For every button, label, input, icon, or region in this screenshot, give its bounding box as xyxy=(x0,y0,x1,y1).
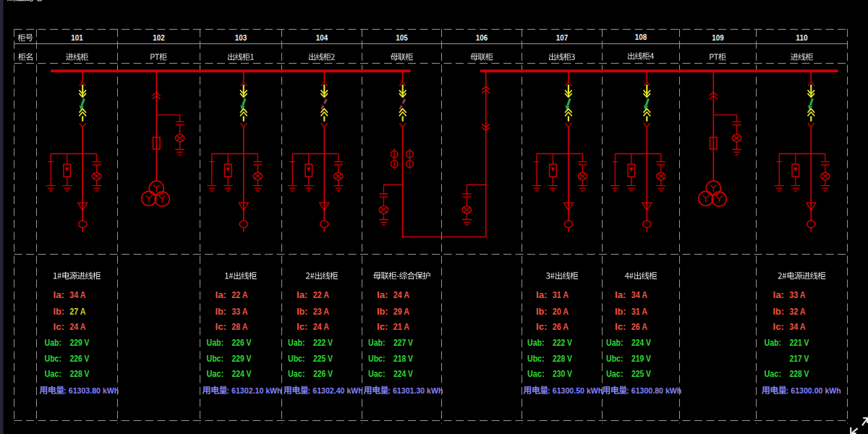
svg-text:Ic:: Ic: xyxy=(377,322,388,332)
svg-text:Ia:: Ia: xyxy=(216,290,227,300)
svg-text:Ia:: Ia: xyxy=(377,290,388,300)
svg-text:101: 101 xyxy=(71,33,83,42)
svg-text:225 V: 225 V xyxy=(313,354,333,364)
svg-text:34 A: 34 A xyxy=(789,322,806,332)
svg-text:110: 110 xyxy=(796,33,807,42)
svg-text:26 A: 26 A xyxy=(631,322,648,332)
svg-text:Uab:: Uab: xyxy=(207,338,224,348)
svg-text:34 A: 34 A xyxy=(69,290,86,300)
svg-text:: 61303.80 kWh: : 61303.80 kWh xyxy=(64,386,119,396)
svg-text:Uab:: Uab: xyxy=(288,338,305,348)
svg-text:Ic:: Ic: xyxy=(773,322,785,332)
svg-text:103: 103 xyxy=(235,33,247,42)
svg-text:Ubc:: Ubc: xyxy=(45,354,62,364)
svg-text:108: 108 xyxy=(635,33,647,41)
svg-text:31 A: 31 A xyxy=(631,307,648,317)
svg-text:Ubc:: Ubc: xyxy=(606,354,624,364)
svg-text:31 A: 31 A xyxy=(553,290,569,300)
svg-text:33 A: 33 A xyxy=(789,290,806,300)
svg-text:28 A: 28 A xyxy=(231,322,248,332)
svg-text:: 61300.50 kWh: : 61300.50 kWh xyxy=(548,386,603,396)
svg-text:221 V: 221 V xyxy=(790,338,809,348)
svg-text:Ib:: Ib: xyxy=(377,307,388,317)
svg-text:: 61300.00 kWh: : 61300.00 kWh xyxy=(786,386,841,396)
svg-text:Ic:: Ic: xyxy=(536,322,548,332)
svg-text:34 A: 34 A xyxy=(631,290,648,300)
svg-text:Ia:: Ia: xyxy=(536,290,548,300)
svg-text:226 V: 226 V xyxy=(232,338,252,348)
svg-text:Ic:: Ic: xyxy=(54,322,65,332)
svg-text:Uab:: Uab: xyxy=(765,338,782,348)
svg-text:104: 104 xyxy=(316,33,328,42)
svg-text:Uab:: Uab: xyxy=(45,338,62,348)
svg-text:222 V: 222 V xyxy=(553,338,572,348)
svg-text:24 A: 24 A xyxy=(393,290,410,300)
svg-text:Uac:: Uac: xyxy=(765,369,782,379)
svg-text:227 V: 227 V xyxy=(393,338,413,348)
svg-text:: 61301.30 kWh: : 61301.30 kWh xyxy=(388,386,443,396)
svg-text:Ubc:: Ubc: xyxy=(288,354,305,364)
svg-text:105: 105 xyxy=(396,33,408,42)
svg-text:Ia:: Ia: xyxy=(54,290,65,300)
svg-text:Ubc:: Ubc: xyxy=(527,354,545,364)
svg-text:32 A: 32 A xyxy=(789,307,806,317)
svg-text:Ubc:: Ubc: xyxy=(207,354,224,364)
svg-text:26 A: 26 A xyxy=(553,322,569,332)
svg-text:Ic:: Ic: xyxy=(615,322,626,332)
svg-text:Uac:: Uac: xyxy=(606,369,624,379)
svg-text:219 V: 219 V xyxy=(631,354,651,364)
svg-text:224 V: 224 V xyxy=(232,369,252,379)
svg-text:23 A: 23 A xyxy=(313,307,330,317)
svg-text:107: 107 xyxy=(556,33,568,42)
svg-text:: 61302.40 kWh: : 61302.40 kWh xyxy=(308,386,363,396)
svg-text:Ia:: Ia: xyxy=(297,290,308,300)
svg-text:228 V: 228 V xyxy=(70,369,90,379)
svg-text:: 61302.10 kWh: : 61302.10 kWh xyxy=(227,386,282,396)
svg-text:229 V: 229 V xyxy=(232,354,252,364)
svg-text:225 V: 225 V xyxy=(631,369,651,379)
svg-text:22 A: 22 A xyxy=(313,290,330,300)
svg-text:29 A: 29 A xyxy=(393,307,410,317)
svg-text:Uab:: Uab: xyxy=(606,338,624,348)
svg-text:217 V: 217 V xyxy=(790,354,809,364)
svg-text:22 A: 22 A xyxy=(231,290,248,300)
svg-text:Ib:: Ib: xyxy=(615,307,626,317)
svg-text:24 A: 24 A xyxy=(313,322,330,332)
svg-text:Ubc:: Ubc: xyxy=(368,354,386,364)
svg-text:102: 102 xyxy=(153,33,164,42)
svg-text:Uac:: Uac: xyxy=(527,369,545,379)
svg-text:Uac:: Uac: xyxy=(45,369,62,379)
svg-text:Ib:: Ib: xyxy=(297,307,308,317)
svg-text:224 V: 224 V xyxy=(393,369,413,379)
svg-text:106: 106 xyxy=(476,33,488,42)
svg-text:20 A: 20 A xyxy=(553,307,569,317)
svg-text:228 V: 228 V xyxy=(790,369,809,379)
svg-text:Uab:: Uab: xyxy=(527,338,545,348)
svg-text:Ib:: Ib: xyxy=(216,307,227,317)
svg-text:226 V: 226 V xyxy=(313,369,333,379)
svg-text:226 V: 226 V xyxy=(70,354,90,364)
svg-text:24 A: 24 A xyxy=(69,322,86,332)
svg-text:109: 109 xyxy=(712,33,723,42)
svg-text:224 V: 224 V xyxy=(631,338,651,348)
svg-text:33 A: 33 A xyxy=(231,307,248,317)
svg-text:222 V: 222 V xyxy=(313,338,333,348)
svg-text:Ia:: Ia: xyxy=(615,290,626,300)
svg-text:Ia:: Ia: xyxy=(773,290,785,300)
svg-text:Uac:: Uac: xyxy=(207,369,224,379)
svg-text:Uab:: Uab: xyxy=(368,338,386,348)
svg-text:Ic:: Ic: xyxy=(297,322,308,332)
svg-text:Uac:: Uac: xyxy=(368,369,386,379)
svg-text:27 A: 27 A xyxy=(69,307,86,317)
svg-text:228 V: 228 V xyxy=(553,354,572,364)
svg-text:229 V: 229 V xyxy=(70,338,90,348)
svg-text:218 V: 218 V xyxy=(393,354,413,364)
svg-text:21 A: 21 A xyxy=(393,322,410,332)
svg-text:: 61300.80 kWh: : 61300.80 kWh xyxy=(626,386,681,396)
svg-text:Ib:: Ib: xyxy=(773,307,785,317)
svg-text:Ib:: Ib: xyxy=(54,307,65,317)
svg-text:230 V: 230 V xyxy=(553,369,572,379)
svg-text:Ic:: Ic: xyxy=(216,322,227,332)
svg-text:Uac:: Uac: xyxy=(288,369,305,379)
svg-text:Ib:: Ib: xyxy=(536,307,548,317)
